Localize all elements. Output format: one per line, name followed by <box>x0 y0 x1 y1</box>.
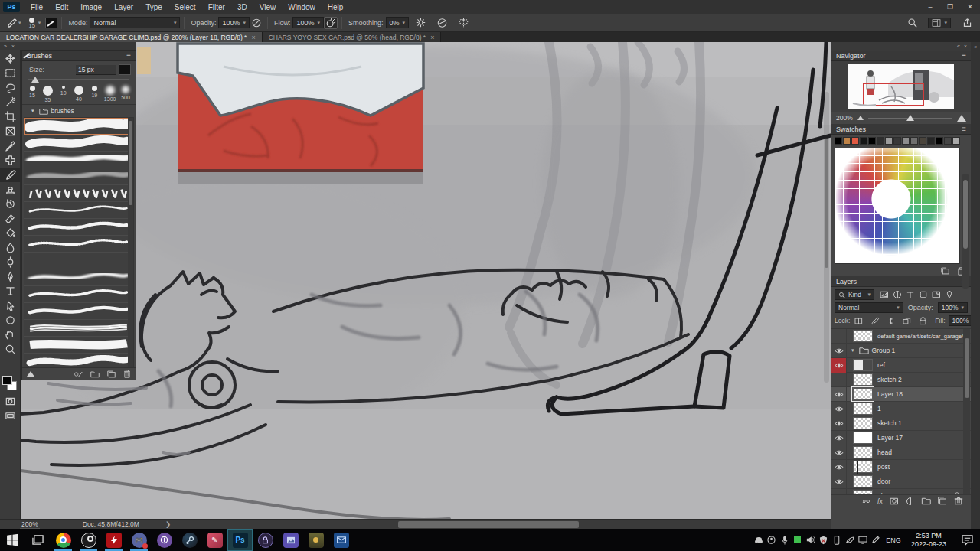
layer-name[interactable]: glow <box>877 492 890 494</box>
taskbar-windows-start-icon[interactable] <box>0 529 25 551</box>
menu-3d[interactable]: 3D <box>231 3 253 11</box>
opacity-select[interactable]: 100%▾ <box>218 17 250 28</box>
taskbar-voicemod-icon[interactable] <box>101 529 126 551</box>
brush-preset-35[interactable]: 35 <box>41 86 54 103</box>
workspace-switcher[interactable]: ▾ <box>928 18 951 28</box>
stroke-preview-slider-icon[interactable] <box>27 371 34 377</box>
layer-visibility-toggle[interactable] <box>831 344 847 358</box>
menu-edit[interactable]: Edit <box>49 3 74 11</box>
brush-settings-icon[interactable] <box>119 64 131 75</box>
new-brush-icon[interactable] <box>107 370 116 378</box>
brush-item-15[interactable] <box>24 354 133 367</box>
tool-spot-healing[interactable] <box>0 153 21 168</box>
paint-symmetry-icon[interactable] <box>456 17 470 29</box>
layer-row-glow[interactable]: glow <box>831 489 971 494</box>
brush-item-13[interactable] <box>24 320 133 337</box>
new-layer-icon[interactable] <box>938 497 947 506</box>
share-icon[interactable] <box>960 17 974 29</box>
brush-tip-picker[interactable]: 15 <box>29 18 35 28</box>
layers-opacity-select[interactable]: 100%▾ <box>938 302 968 313</box>
tray-mic-icon[interactable] <box>778 532 791 549</box>
delete-brush-icon[interactable] <box>123 370 131 378</box>
toggle-brush-settings-icon[interactable] <box>45 18 57 28</box>
layer-name[interactable]: default game/art/sets/car_garage/ <box>877 333 963 340</box>
add-layer-mask-icon[interactable] <box>890 497 899 506</box>
filter-adjustment-icon[interactable] <box>891 289 903 300</box>
menu-select[interactable]: Select <box>168 3 202 11</box>
brush-item-11[interactable] <box>24 286 133 303</box>
menu-image[interactable]: Image <box>74 3 108 11</box>
foreground-color[interactable] <box>2 376 12 385</box>
taskbar-steam-icon[interactable] <box>177 529 202 551</box>
recent-swatch-3[interactable] <box>851 137 859 145</box>
tray-defender-icon[interactable] <box>817 532 830 549</box>
brush-preset-40[interactable]: 40 <box>72 86 86 103</box>
search-icon[interactable] <box>905 17 919 29</box>
tool-paint-bucket[interactable] <box>0 226 21 240</box>
tray-volume-icon[interactable] <box>804 532 817 549</box>
layer-thumbnail[interactable] <box>853 403 873 415</box>
notification-center-icon[interactable] <box>954 529 980 551</box>
blend-mode-select[interactable]: Normal ▾ <box>835 302 903 313</box>
tray-phone-icon[interactable] <box>830 532 843 549</box>
brushes-panel-tab[interactable]: Brushes ≡ <box>22 51 136 61</box>
layer-row-ref[interactable]: ref <box>831 358 971 373</box>
layer-thumbnail[interactable] <box>853 461 873 473</box>
minimize-button[interactable]: – <box>920 0 940 14</box>
canvas-vertical-scrollbar[interactable] <box>824 92 829 383</box>
swatches-panel-tab[interactable]: Swatches ≡ <box>831 124 971 135</box>
tool-eyedropper[interactable] <box>0 139 21 153</box>
layer-row-sketch-1[interactable]: sketch 1 <box>831 416 971 431</box>
lock-transparency-icon[interactable] <box>853 315 864 326</box>
brush-preset-chevron[interactable]: ▾ <box>18 20 21 26</box>
menu-window[interactable]: Window <box>282 3 322 11</box>
menu-file[interactable]: File <box>24 3 49 11</box>
recent-swatch-15[interactable] <box>952 137 960 145</box>
brush-item-3[interactable] <box>24 152 133 168</box>
tool-dodge[interactable] <box>0 255 21 269</box>
tool-blur[interactable] <box>0 240 21 255</box>
brush-item-7[interactable] <box>24 219 133 236</box>
navigator-preview[interactable] <box>848 64 954 109</box>
language-indicator[interactable]: ENG <box>884 532 903 549</box>
layer-visibility-toggle[interactable] <box>831 489 847 495</box>
tool-lasso[interactable] <box>0 80 21 95</box>
brush-item-12[interactable] <box>24 303 133 320</box>
layer-name[interactable]: Group 1 <box>872 347 896 354</box>
new-adjustment-layer-icon[interactable] <box>906 497 915 506</box>
layer-filter-select[interactable]: Kind ▾ <box>835 289 874 300</box>
tool-magic-wand[interactable] <box>0 95 21 109</box>
taskbar-obs-icon[interactable] <box>76 529 101 551</box>
filter-shape-icon[interactable] <box>917 289 929 300</box>
brush-group-row[interactable]: ▾ brushes <box>22 105 136 117</box>
swatches-scrollbar[interactable] <box>962 174 969 289</box>
layer-row-group-1[interactable]: ▾Group 1 <box>831 344 971 358</box>
layer-name[interactable]: door <box>877 478 890 485</box>
tool-crop[interactable] <box>0 109 21 124</box>
brush-item-10[interactable] <box>24 269 133 286</box>
taskbar-clip-app-icon[interactable]: ✎ <box>202 529 227 551</box>
brush-item-2[interactable] <box>24 135 133 152</box>
brush-preset-500[interactable]: 500 <box>119 86 132 103</box>
swatches-menu-icon[interactable]: ≡ <box>962 125 966 133</box>
close-button[interactable]: ✕ <box>960 0 980 14</box>
brush-preset-1300[interactable]: 1300 <box>103 86 117 103</box>
filter-type-icon[interactable] <box>904 289 916 300</box>
recent-swatch-2[interactable] <box>843 137 851 145</box>
lock-paint-icon[interactable] <box>869 315 880 326</box>
tab-close-icon[interactable]: × <box>251 34 255 41</box>
tray-pen-icon[interactable] <box>869 532 882 549</box>
new-group-icon[interactable] <box>922 497 931 506</box>
brush-tip-chevron[interactable]: ▾ <box>38 20 41 26</box>
layer-visibility-toggle[interactable] <box>831 402 847 416</box>
airbrush-toggle-icon[interactable] <box>324 17 338 29</box>
brush-stroke-toggle-icon[interactable] <box>74 370 83 378</box>
taskbar-lock-app-icon[interactable] <box>253 529 278 551</box>
menu-help[interactable]: Help <box>322 3 350 11</box>
layer-visibility-toggle[interactable] <box>831 416 847 431</box>
lock-all-icon[interactable] <box>917 315 929 326</box>
taskbar-character-app-icon[interactable] <box>303 529 328 551</box>
layer-visibility-toggle[interactable] <box>831 358 847 373</box>
menu-type[interactable]: Type <box>139 3 168 11</box>
new-swatch-icon[interactable] <box>941 267 949 275</box>
